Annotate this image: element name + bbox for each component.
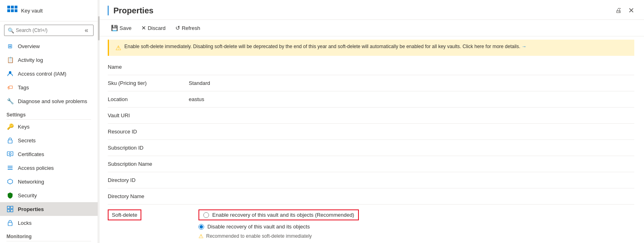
page-header: Properties 🖨 ✕ <box>98 0 644 20</box>
table-row: Location eastus <box>108 91 634 108</box>
app-logo-icon <box>6 5 18 16</box>
table-row: Directory Name <box>108 188 634 205</box>
sidebar-item-secrets[interactable]: Secrets <box>0 133 98 147</box>
sidebar-nav: ⊞ Overview 📋 Activity log Access control… <box>0 39 98 243</box>
table-row: Subscription ID <box>108 140 634 156</box>
monitoring-section-title: Monitoring <box>0 230 98 241</box>
svg-rect-8 <box>7 152 13 156</box>
warning-banner-text: Enable soft-delete immediately. Disablin… <box>124 44 527 49</box>
sidebar-item-label: Access control (IAM) <box>18 71 66 77</box>
refresh-button[interactable]: ↺ Refresh <box>172 23 204 33</box>
certificates-icon <box>6 150 14 158</box>
sidebar-item-certificates[interactable]: Certificates <box>0 147 98 161</box>
sidebar-item-label: Access policies <box>18 165 54 171</box>
sidebar-item-label: Properties <box>18 206 44 212</box>
overview-icon: ⊞ <box>6 42 14 50</box>
prop-value-directory-id <box>189 172 634 188</box>
sidebar-item-networking[interactable]: Networking <box>0 175 98 188</box>
soft-delete-warning-text: Recommended to enable soft-delete immedi… <box>206 233 312 239</box>
sidebar-item-activity-log[interactable]: 📋 Activity log <box>0 53 98 67</box>
sidebar-item-locks[interactable]: Locks <box>0 216 98 230</box>
properties-content: Name Sku (Pricing tier) Standard Locatio… <box>98 59 644 243</box>
access-control-icon <box>6 70 14 77</box>
diagnose-icon: 🔧 <box>6 97 14 105</box>
collapse-button[interactable]: « <box>83 27 90 34</box>
sidebar-item-label: Secrets <box>18 137 36 144</box>
prop-label-subscription-id: Subscription ID <box>108 140 189 156</box>
prop-label-vault-uri: Vault URI <box>108 108 189 124</box>
sidebar-item-properties[interactable]: Properties <box>0 202 98 216</box>
svg-rect-16 <box>11 206 13 209</box>
sidebar-item-security[interactable]: Security <box>0 188 98 202</box>
sidebar-item-label: Networking <box>18 179 44 185</box>
warning-banner-icon: ⚠ <box>115 44 121 52</box>
sidebar-item-tags[interactable]: 🏷 Tags <box>0 80 98 94</box>
discard-button[interactable]: ✕ Discard <box>138 23 169 33</box>
enable-recovery-label: Enable recovery of this vault and its ob… <box>212 212 354 218</box>
svg-rect-1 <box>11 6 14 8</box>
sidebar-item-diagnose[interactable]: 🔧 Diagnose and solve problems <box>0 94 98 108</box>
prop-label-location: Location <box>108 91 189 108</box>
prop-value-location: eastus <box>189 91 634 108</box>
svg-point-6 <box>9 71 11 74</box>
soft-delete-warning: ⚠ Recommended to enable soft-delete imme… <box>198 233 359 239</box>
disable-recovery-option[interactable]: Disable recovery of this vault and its o… <box>198 224 359 230</box>
toolbar: 💾 Save ✕ Discard ↺ Refresh <box>98 20 644 36</box>
prop-value-sku: Standard <box>189 75 634 91</box>
svg-rect-5 <box>15 9 17 12</box>
prop-label-subscription-name: Subscription Name <box>108 156 189 172</box>
sidebar-item-label: Security <box>18 192 37 199</box>
enable-recovery-radio[interactable] <box>203 212 209 218</box>
sidebar-item-label: Certificates <box>18 151 44 157</box>
sidebar-item-label: Diagnose and solve problems <box>18 98 87 104</box>
table-row: Directory ID <box>108 172 634 188</box>
soft-delete-label: Soft-delete <box>108 209 141 220</box>
prop-value-directory-name <box>189 188 634 205</box>
svg-rect-19 <box>8 222 12 226</box>
svg-rect-18 <box>11 209 13 212</box>
sidebar-item-access-control[interactable]: Access control (IAM) <box>0 67 98 80</box>
warning-banner-link[interactable]: → <box>522 44 527 49</box>
app-title: Key vault <box>21 8 43 14</box>
sidebar-item-label: Keys <box>18 124 30 130</box>
disable-recovery-radio[interactable] <box>198 224 204 230</box>
locks-icon <box>6 219 14 226</box>
search-input[interactable] <box>16 27 83 33</box>
soft-delete-warning-icon: ⚠ <box>198 233 204 239</box>
networking-icon <box>6 178 14 185</box>
prop-label-name: Name <box>108 59 189 75</box>
prop-label-resource-id: Resource ID <box>108 124 189 140</box>
sidebar-item-overview[interactable]: ⊞ Overview <box>0 39 98 53</box>
print-button[interactable]: 🖨 <box>615 7 622 14</box>
sidebar-item-label: Overview <box>18 43 40 49</box>
prop-value-subscription-id <box>189 140 634 156</box>
table-row: Subscription Name <box>108 156 634 172</box>
sidebar-search-box[interactable]: 🔍 « <box>4 25 94 36</box>
header-divider <box>108 6 109 15</box>
search-icon: 🔍 <box>8 27 14 34</box>
settings-section-title: Settings <box>0 108 98 119</box>
sidebar-item-keys[interactable]: 🔑 Keys <box>0 120 98 133</box>
prop-value-subscription-name <box>189 156 634 172</box>
sidebar-item-label: Locks <box>18 220 32 226</box>
enable-recovery-box: Enable recovery of this vault and its ob… <box>198 209 359 220</box>
svg-rect-3 <box>7 9 10 12</box>
sidebar: Key vault 🔍 « ⊞ Overview 📋 Activity log … <box>0 0 98 243</box>
soft-delete-row: Soft-delete Enable recovery of this vaul… <box>108 205 634 243</box>
svg-rect-0 <box>7 6 10 8</box>
svg-rect-7 <box>8 140 12 143</box>
refresh-icon: ↺ <box>175 25 180 31</box>
sidebar-scrollbar <box>98 0 100 243</box>
close-button[interactable]: ✕ <box>628 6 634 15</box>
secrets-icon <box>6 137 14 144</box>
security-icon <box>6 192 14 199</box>
sidebar-item-access-policies[interactable]: Access policies <box>0 161 98 175</box>
prop-value-resource-id <box>189 124 634 140</box>
save-button[interactable]: 💾 Save <box>108 23 135 33</box>
prop-value-name <box>189 59 634 75</box>
discard-icon: ✕ <box>141 25 146 31</box>
prop-label-directory-id: Directory ID <box>108 172 189 188</box>
enable-recovery-option[interactable]: Enable recovery of this vault and its ob… <box>203 212 354 218</box>
svg-rect-4 <box>11 9 14 12</box>
main-content: Properties 🖨 ✕ 💾 Save ✕ Discard ↺ Refres… <box>98 0 644 243</box>
